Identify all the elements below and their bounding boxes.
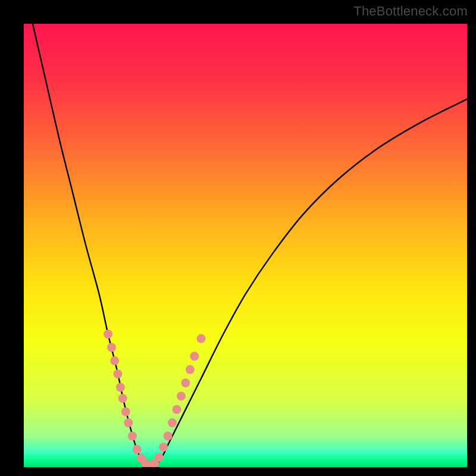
frame-left (0, 0, 24, 476)
curve-marker (164, 431, 173, 440)
curve-marker (177, 392, 186, 400)
curve-markers (104, 330, 205, 467)
attribution-text: TheBottleneck.com (353, 4, 468, 19)
curve-marker (116, 383, 125, 392)
curve-marker (155, 453, 164, 462)
curve-marker (197, 334, 206, 343)
curve-marker (113, 369, 122, 378)
curve-marker (159, 443, 168, 452)
curve-marker (190, 352, 199, 361)
frame-right (467, 0, 476, 476)
bottleneck-curve (33, 24, 467, 467)
curve-marker (173, 405, 181, 414)
curve-marker (104, 330, 112, 339)
plot-area (24, 24, 467, 467)
curve-marker (186, 365, 195, 374)
curve-marker (124, 418, 133, 427)
curve-marker (107, 343, 116, 352)
curve-marker (128, 431, 137, 440)
curve-marker (168, 418, 177, 427)
curve-marker (132, 445, 141, 454)
curve-marker (118, 394, 127, 403)
curve-marker (121, 407, 130, 416)
curve-marker (181, 378, 190, 387)
curve-marker (110, 356, 119, 365)
chart-svg (24, 24, 467, 467)
frame-bottom (0, 467, 476, 476)
